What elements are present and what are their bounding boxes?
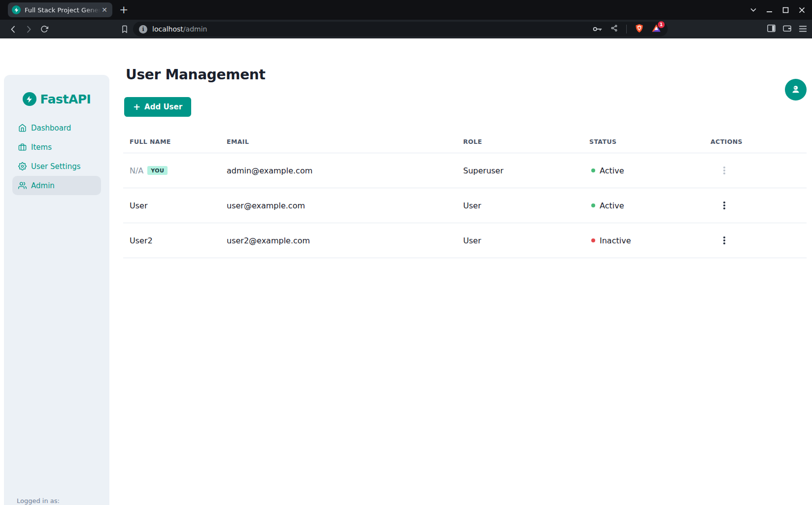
sidebar-item-label: User Settings [31, 162, 80, 171]
email-cell: user2@example.com [227, 236, 463, 245]
logged-in-info: Logged in as: admin@example.com [4, 496, 109, 505]
status-dot [591, 168, 595, 172]
full-name-cell: User [123, 201, 227, 210]
fastapi-bolt-icon [23, 92, 36, 106]
col-role: ROLE [463, 138, 589, 145]
divider [626, 25, 627, 34]
full-name-cell: User2 [123, 236, 227, 245]
table-header: FULL NAME EMAIL ROLE STATUS ACTIONS [123, 130, 807, 153]
plus-icon: + [133, 102, 140, 111]
you-badge: YOU [147, 166, 168, 175]
sidebar-item-label: Dashboard [31, 124, 71, 133]
user-icon [790, 84, 801, 95]
app-content: FastAPI Dashboard Items User Settings Ad… [0, 67, 812, 505]
add-user-button[interactable]: + Add User [124, 97, 191, 117]
user-menu-button[interactable] [785, 79, 807, 101]
email-cell: user@example.com [227, 201, 463, 210]
table-row: User2 user2@example.com User Inactive [123, 223, 807, 258]
sidebar-item-items[interactable]: Items [12, 137, 101, 157]
sidebar-nav: Dashboard Items User Settings Admin [4, 118, 109, 195]
full-name-cell: N/A [130, 166, 143, 175]
users-icon [18, 181, 27, 190]
browser-tab-bar: Full Stack Project Genera ✕ + [0, 0, 812, 20]
window-minimize-button[interactable] [766, 7, 773, 13]
url-text[interactable]: localhost/admin [152, 25, 593, 33]
browser-tab[interactable]: Full Stack Project Genera ✕ [8, 2, 112, 17]
role-cell: User [463, 236, 589, 245]
brave-rewards-icon[interactable]: 1 [652, 24, 661, 34]
col-email: EMAIL [227, 138, 463, 145]
briefcase-icon [18, 143, 27, 151]
sidebar-item-label: Items [31, 143, 52, 152]
table-row: N/AYOU admin@example.com Superuser Activ… [123, 153, 807, 188]
sidebar-item-user-settings[interactable]: User Settings [12, 157, 101, 176]
menu-icon[interactable] [799, 25, 807, 34]
forward-button[interactable] [21, 26, 36, 33]
site-info-icon[interactable]: i [139, 25, 147, 34]
home-icon [18, 124, 27, 132]
sidebar-panel-icon[interactable] [767, 25, 776, 34]
wallet-icon[interactable] [783, 25, 791, 34]
window-maximize-button[interactable] [782, 7, 789, 13]
fastapi-logo: FastAPI [4, 92, 109, 106]
users-table: FULL NAME EMAIL ROLE STATUS ACTIONS N/AY… [123, 130, 807, 258]
role-cell: User [463, 201, 589, 210]
brave-shield-icon[interactable] [635, 24, 643, 35]
status-cell: Active [600, 166, 624, 175]
status-dot [591, 203, 595, 207]
row-actions-menu-icon[interactable] [719, 235, 729, 246]
back-button[interactable] [5, 26, 21, 33]
rewards-notification-badge: 1 [658, 21, 665, 28]
status-dot [591, 238, 595, 242]
window-close-button[interactable] [799, 7, 805, 13]
role-cell: Superuser [463, 166, 589, 175]
share-icon[interactable] [610, 24, 618, 34]
table-row: User user@example.com User Active [123, 188, 807, 223]
sidebar-item-dashboard[interactable]: Dashboard [12, 118, 101, 137]
row-actions-menu-icon [719, 165, 729, 176]
sidebar-item-label: Admin [31, 181, 55, 190]
gear-icon [18, 162, 27, 170]
tab-search-chevron-icon[interactable] [750, 8, 756, 12]
password-key-icon[interactable] [593, 25, 602, 34]
row-actions-menu-icon[interactable] [719, 200, 729, 211]
col-status: STATUS [589, 138, 710, 145]
email-cell: admin@example.com [227, 166, 463, 175]
browser-toolbar: i localhost/admin 1 [0, 20, 812, 38]
status-cell: Active [600, 201, 624, 210]
tab-close-icon[interactable]: ✕ [101, 5, 108, 14]
main-content: User Management + Add User FULL NAME EMA… [109, 67, 812, 258]
logged-in-label: Logged in as: [17, 496, 109, 505]
sidebar-item-admin[interactable]: Admin [12, 176, 101, 195]
col-actions: ACTIONS [710, 138, 807, 145]
col-full-name: FULL NAME [123, 138, 227, 145]
logo-text: FastAPI [40, 92, 91, 106]
reload-button[interactable] [36, 25, 52, 33]
fastapi-favicon-bolt-icon [12, 5, 21, 14]
sidebar: FastAPI Dashboard Items User Settings Ad… [4, 75, 109, 505]
tab-title: Full Stack Project Genera [25, 6, 101, 14]
page-title: User Management [126, 67, 807, 83]
status-cell: Inactive [600, 236, 631, 245]
bookmark-icon[interactable] [121, 25, 128, 34]
new-tab-button[interactable]: + [119, 4, 128, 15]
address-bar[interactable]: i localhost/admin 1 [133, 22, 668, 36]
